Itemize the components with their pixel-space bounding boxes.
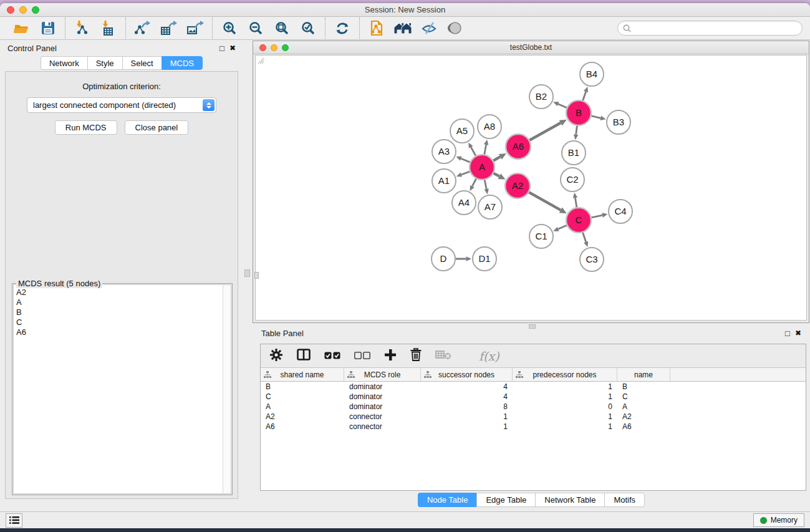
zoom-fit-icon: [274, 21, 289, 36]
graph-node-A[interactable]: A: [470, 155, 494, 180]
open-file-button[interactable]: [11, 19, 33, 37]
table-row[interactable]: Bdominator41B: [261, 382, 806, 392]
toolbar-group: [5, 19, 65, 37]
node-label: A4: [458, 197, 470, 208]
float-panel-icon[interactable]: □: [219, 44, 224, 52]
add-column-button[interactable]: [384, 349, 397, 364]
graph-node-C[interactable]: C: [566, 208, 591, 233]
main-toolbar: [0, 17, 810, 40]
zoom-out-button[interactable]: [244, 19, 267, 37]
mcds-result-item[interactable]: A2: [16, 288, 223, 297]
export-network-button[interactable]: [132, 19, 154, 37]
zoom-fit-button[interactable]: [271, 19, 293, 37]
status-bar: Memory: [0, 511, 810, 528]
task-history-button[interactable]: [6, 513, 22, 528]
import-table-button[interactable]: [97, 19, 120, 37]
optimization-criterion-label: Optimization criterion:: [6, 82, 238, 91]
graph-node-B3[interactable]: B3: [607, 110, 630, 134]
delete-column-button[interactable]: [410, 348, 422, 364]
function-builder-button[interactable]: f(x): [479, 349, 499, 363]
run-mcds-button[interactable]: Run MCDS: [55, 120, 117, 135]
graph-node-A1[interactable]: A1: [432, 169, 456, 193]
search-input[interactable]: [634, 24, 797, 33]
criterion-dropdown[interactable]: largest connected component (directed): [27, 97, 216, 113]
graph-node-C4[interactable]: C4: [609, 200, 632, 223]
network-overview-button[interactable]: [365, 19, 388, 37]
graph-node-A3[interactable]: A3: [432, 140, 456, 163]
graph-node-A8[interactable]: A8: [478, 115, 501, 138]
graph-node-B1[interactable]: B1: [562, 141, 586, 165]
export-table-button[interactable]: [158, 19, 180, 37]
export-image-button[interactable]: [184, 19, 206, 37]
search-box[interactable]: [617, 21, 803, 36]
graph-node-B[interactable]: B: [566, 100, 591, 125]
hide-details-button[interactable]: [418, 19, 440, 37]
mcds-result-item[interactable]: A6: [16, 327, 223, 337]
graph-node-A2[interactable]: A2: [505, 173, 530, 198]
tab-node-table[interactable]: Node Table: [418, 493, 477, 507]
canvas-splitter-handle[interactable]: [254, 272, 259, 279]
close-table-panel-icon[interactable]: ✖: [795, 329, 801, 337]
mcds-result-scrollbar[interactable]: [223, 285, 231, 493]
graph-node-A5[interactable]: A5: [450, 119, 474, 143]
float-table-panel-icon[interactable]: □: [785, 329, 790, 337]
import-table-icon: [100, 20, 117, 36]
graph-node-C3[interactable]: C3: [580, 248, 604, 271]
column-header-successor-nodes[interactable]: successor nodes: [421, 368, 513, 381]
select-all-button[interactable]: [324, 351, 340, 362]
zoom-selected-icon: [301, 21, 316, 36]
resize-grip-icon[interactable]: [256, 56, 264, 64]
tab-select[interactable]: Select: [122, 56, 162, 70]
mcds-result-item[interactable]: C: [16, 317, 223, 327]
table-cell: dominator: [344, 382, 421, 391]
mcds-result-item[interactable]: A: [16, 297, 223, 307]
graph-node-A7[interactable]: A7: [478, 195, 502, 219]
tab-style[interactable]: Style: [87, 56, 122, 70]
tab-network-table[interactable]: Network Table: [535, 493, 604, 507]
memory-button[interactable]: Memory: [753, 513, 804, 527]
column-header-MCDS-role[interactable]: MCDS role: [344, 368, 421, 381]
node-label: A5: [456, 125, 468, 136]
table-row[interactable]: Adominator80A: [261, 402, 806, 412]
graph-node-B2[interactable]: B2: [529, 85, 553, 109]
graph-node-A4[interactable]: A4: [452, 191, 476, 215]
table-row[interactable]: A2connector11A2: [261, 412, 806, 422]
home-button[interactable]: [392, 19, 414, 37]
tab-motifs[interactable]: Motifs: [604, 493, 645, 507]
graph-node-A6[interactable]: A6: [506, 134, 531, 159]
graph-node-D1[interactable]: D1: [473, 247, 496, 271]
show-details-button[interactable]: [444, 19, 466, 37]
node-label: A2: [512, 180, 523, 191]
zoom-selected-button[interactable]: [297, 19, 319, 37]
close-panel-icon[interactable]: ✖: [229, 44, 236, 52]
column-header-name[interactable]: name: [617, 368, 670, 381]
table-settings-button[interactable]: [269, 348, 283, 364]
vertical-splitter[interactable]: [243, 40, 253, 511]
close-panel-button[interactable]: Close panel: [125, 120, 189, 135]
mcds-result-item[interactable]: B: [16, 307, 223, 317]
mcds-result-title: MCDS result (5 nodes): [16, 279, 102, 288]
table-delete-icon: [435, 350, 451, 362]
split-panel-button[interactable]: [297, 349, 311, 363]
graph-node-D[interactable]: D: [432, 247, 455, 271]
zoom-in-button[interactable]: [218, 19, 241, 37]
graph-node-C2[interactable]: C2: [561, 168, 584, 191]
tab-network[interactable]: Network: [41, 56, 87, 70]
tab-mcds[interactable]: MCDS: [162, 56, 203, 70]
table-row[interactable]: A6connector11A6: [261, 422, 806, 432]
table-cell: 4: [421, 392, 513, 401]
save-session-button[interactable]: [37, 19, 59, 37]
deselect-all-button[interactable]: [354, 351, 370, 362]
column-header-predecessor-nodes[interactable]: predecessor nodes: [513, 368, 617, 381]
apply-layout-button[interactable]: [331, 19, 354, 37]
home-icon: [393, 21, 412, 35]
network-canvas[interactable]: B4B2BB3A5A8A6A3AB1A1C2A2A4A7C4CC1C3DD1: [255, 55, 807, 321]
import-network-button[interactable]: [71, 19, 94, 37]
network-file-icon: [369, 20, 384, 36]
graph-node-B4[interactable]: B4: [580, 62, 604, 86]
graph-node-C1[interactable]: C1: [529, 225, 553, 248]
column-header-shared-name[interactable]: shared name: [261, 368, 344, 381]
table-row[interactable]: Cdominator41C: [261, 392, 806, 402]
tab-edge-table[interactable]: Edge Table: [476, 493, 535, 507]
vertical-splitter-handle[interactable]: [244, 269, 250, 277]
